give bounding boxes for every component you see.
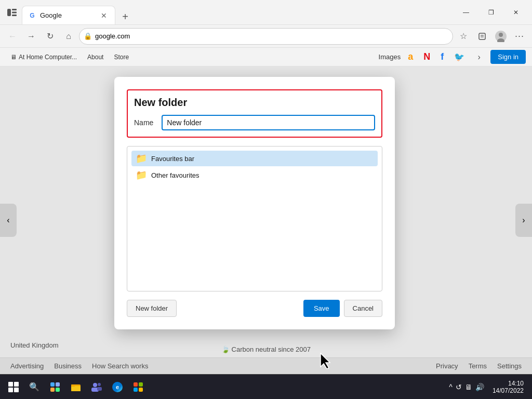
volume-icon[interactable]: 🔊 [475,383,484,391]
more-menu-button[interactable]: ··· [511,28,528,45]
tab-favicon: G [29,12,36,19]
taskbar-store-button[interactable] [129,378,148,396]
folder-icon-other: 📁 [136,169,147,181]
bookmark-netflix[interactable]: N [420,50,433,63]
favorites-icon[interactable]: ☆ [455,28,472,45]
svg-rect-23 [139,382,143,387]
bookmark-amazon[interactable]: a [405,50,416,63]
window-controls: — ❐ ✕ [454,4,528,21]
taskbar-sys-icons: ^ ↺ 🖥 🔊 [449,383,484,391]
bookmark-at-home[interactable]: 🖥 At Home Computer... [6,51,81,63]
bookmark-store[interactable]: Store [110,51,133,63]
svg-rect-16 [71,386,81,391]
modal-buttons-right: Save Cancel [303,300,382,317]
facebook-icon: f [441,51,444,62]
bookmarks-more-button[interactable]: › [472,50,486,64]
bookmark-images-label[interactable]: Images [379,53,401,61]
bookmark-about-label: About [87,54,103,61]
svg-rect-25 [139,388,143,392]
active-tab[interactable]: G Google ✕ [22,6,115,24]
modal-name-row: Name [134,115,375,130]
svg-rect-3 [12,15,17,16]
collections-icon[interactable] [474,28,490,45]
taskbar-widgets-button[interactable] [46,378,64,396]
cancel-button[interactable]: Cancel [344,300,382,317]
sign-in-button[interactable]: Sign in [490,50,526,64]
modal-name-input[interactable] [167,118,370,127]
start-button[interactable] [4,378,23,396]
taskbar-time-display: 14:10 [493,380,524,387]
bookmark-store-label: Store [114,54,129,61]
new-folder-modal: New folder Name 📁 Favourites bar [114,77,395,329]
nav-bar: ← → ↻ ⌂ 🔒 ☆ ··· [0,25,532,48]
svg-rect-21 [97,387,102,391]
modal-highlight-section: New folder Name [127,89,382,138]
sync-icon[interactable]: ↺ [456,383,462,391]
edge-icon: e [112,382,123,392]
page-content: Google ‹ › 🍃 Carbon neutral since 2007 U… [0,66,532,374]
tab-area: G Google ✕ + [20,0,454,24]
system-tray-arrow[interactable]: ^ [449,383,453,391]
back-button[interactable]: ← [4,28,21,45]
svg-rect-17 [71,384,75,387]
profile-avatar[interactable] [493,28,509,45]
tab-title: Google [40,11,62,19]
svg-point-8 [499,33,503,37]
bookmark-facebook[interactable]: f [437,50,447,63]
bookmarks-bar: 🖥 At Home Computer... About Store Images… [0,48,532,66]
svg-point-20 [98,383,101,386]
svg-rect-1 [12,9,17,10]
new-tab-button[interactable]: + [117,9,133,24]
close-button[interactable]: ✕ [504,4,528,21]
taskbar-right: ^ ↺ 🖥 🔊 14:10 14/07/2022 [449,380,528,394]
refresh-button[interactable]: ↻ [42,28,58,45]
taskbar-teams-button[interactable] [87,378,106,396]
taskbar-date-display: 14/07/2022 [493,387,524,394]
taskbar-file-explorer-button[interactable] [66,378,85,396]
folder-list-area: 📁 Favourites bar 📁 Other favourites [127,146,382,291]
display-icon[interactable]: 🖥 [465,383,472,391]
svg-rect-11 [50,382,55,387]
svg-rect-0 [7,9,11,16]
amazon-icon: a [408,51,413,62]
svg-rect-13 [50,388,55,392]
modal-name-label: Name [134,118,153,127]
address-bar-container: 🔒 [79,28,453,45]
modal-buttons: New folder Save Cancel [127,300,382,317]
sidebar-toggle[interactable] [4,5,20,20]
bookmark-about[interactable]: About [83,51,108,63]
bookmark-twitter[interactable]: 🐦 [451,51,468,63]
forward-button[interactable]: → [23,28,39,45]
folder-name-favourites-bar: Favourites bar [151,155,194,163]
twitter-icon: 🐦 [454,52,464,62]
taskbar: 🔍 e ^ ↺ 🖥 🔊 14:1 [0,374,532,399]
svg-rect-2 [12,11,17,13]
folder-item-other-favourites[interactable]: 📁 Other favourites [131,167,378,183]
computer-icon: 🖥 [10,54,17,61]
home-button[interactable]: ⌂ [60,28,77,45]
bookmark-at-home-label: At Home Computer... [19,54,77,61]
svg-rect-22 [134,382,138,387]
modal-title: New folder [134,97,375,109]
modal-name-input-wrapper [162,115,375,130]
svg-rect-12 [56,382,60,387]
folder-icon: 📁 [136,153,147,164]
lock-icon: 🔒 [84,32,92,40]
svg-rect-4 [479,33,485,39]
maximize-button[interactable]: ❐ [479,4,503,21]
taskbar-clock[interactable]: 14:10 14/07/2022 [488,380,528,394]
save-button[interactable]: Save [303,300,340,317]
windows-logo-icon [8,382,19,392]
bookmarks-right: Images a N f 🐦 › Sign in [379,50,526,64]
browser-window: G Google ✕ + — ❐ ✕ ← → ↻ ⌂ 🔒 ☆ ··· [0,0,532,399]
taskbar-edge-button[interactable]: e [108,378,127,396]
taskbar-search-button[interactable]: 🔍 [25,378,44,396]
tab-close-button[interactable]: ✕ [99,11,109,20]
new-folder-button[interactable]: New folder [127,300,177,317]
folder-item-favourites-bar[interactable]: 📁 Favourites bar [131,151,378,166]
address-bar[interactable] [95,32,448,40]
minimize-button[interactable]: — [454,4,478,21]
svg-point-18 [93,383,97,387]
svg-rect-24 [134,388,138,392]
folder-name-other-favourites: Other favourites [151,171,200,179]
